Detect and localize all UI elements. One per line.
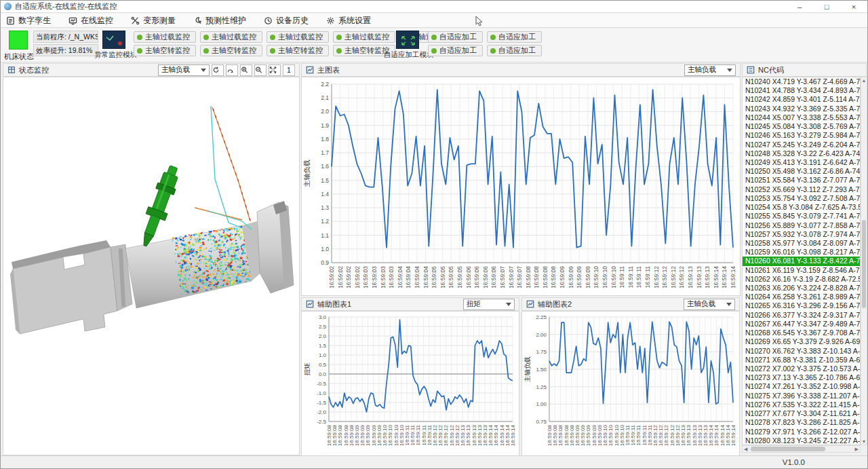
menu-device-history[interactable]: 设备历史 bbox=[264, 15, 309, 26]
menu-online-monitoring[interactable]: 在线监控 bbox=[68, 15, 113, 26]
abnormal-module-icon[interactable] bbox=[102, 31, 125, 49]
fit-view-button[interactable] bbox=[269, 64, 281, 76]
svg-text:16:59:05: 16:59:05 bbox=[439, 266, 446, 288]
nc-code-line[interactable]: N10275 X7.396 Y-3.338 Z-11.207 A-65.95 bbox=[743, 392, 860, 400]
nc-code-line[interactable]: N10279 X7.971 Y-3.266 Z-12.027 A-62.98 bbox=[743, 428, 860, 436]
adaptive-machining-button-2[interactable]: 自适应加工 bbox=[487, 31, 542, 43]
nc-code-line[interactable]: N10242 X4.859 Y-3.401 Z-5.114 A-75.775 bbox=[743, 95, 860, 104]
menu-digital-twin[interactable]: 数字孪生 bbox=[6, 15, 51, 26]
nc-code-line[interactable]: N10248 X5.328 Y-3.22 Z-6.423 A-74.52 C bbox=[743, 149, 860, 158]
nc-code-line[interactable]: N10256 X5.889 Y-3.077 Z-7.858 A-73.348 bbox=[743, 221, 860, 230]
nc-code-line[interactable]: N10259 X6.016 Y-3.098 Z-8.217 A-73.036 bbox=[743, 248, 860, 257]
zoom-out-button[interactable] bbox=[254, 64, 267, 76]
nc-code-line[interactable]: N10280 X8.123 Y-3.245 Z-12.227 A-62.23 bbox=[743, 436, 860, 445]
svg-text:16:59:08: 16:59:08 bbox=[542, 266, 549, 288]
nc-code-line[interactable]: N10251 X5.584 Y-3.136 Z-7.077 A-74.012 bbox=[743, 176, 860, 185]
nc-code-list[interactable]: N10240 X4.719 Y-3.467 Z-4.669 A-76.396N1… bbox=[742, 77, 861, 445]
svg-text:1.4: 1.4 bbox=[321, 191, 329, 198]
aux-chart-2[interactable]: 0.751.001.251.501.752.002.2516:59:0816:5… bbox=[521, 311, 740, 457]
menubar: 数字孪生 在线监控 变形测量 预测性维护 设备历史 系统设置 bbox=[1, 14, 867, 28]
nc-code-line[interactable]: N10244 X5.007 Y-3.338 Z-5.553 A-75.297 bbox=[743, 113, 860, 122]
scrollbar-thumb[interactable] bbox=[862, 220, 866, 308]
aux-chart-1[interactable]: -2.5-2.0-1.5-1.0-0.50.00.51.01.52.02.53.… bbox=[301, 311, 519, 457]
svg-text:16:59:11: 16:59:11 bbox=[635, 266, 642, 288]
overload-monitor-button-4[interactable]: 主轴过载监控 bbox=[333, 31, 395, 43]
svg-text:16:59:11: 16:59:11 bbox=[627, 266, 634, 288]
idle-monitor-button-3[interactable]: 主轴空转监控 bbox=[267, 45, 329, 56]
svg-text:1.7: 1.7 bbox=[321, 149, 329, 156]
overload-monitor-button-1[interactable]: 主轴过载监控 bbox=[134, 31, 196, 43]
nc-code-line[interactable]: N10277 X7.677 Y-3.304 Z-11.621 A-64.48 bbox=[743, 409, 860, 418]
svg-text:0.9: 0.9 bbox=[321, 259, 329, 266]
nc-code-line[interactable]: N10250 X5.498 Y-3.162 Z-6.86 A-74.178 C bbox=[743, 167, 860, 176]
nc-code-line[interactable]: N10253 X5.754 Y-3.092 Z-7.508 A-73.677 bbox=[743, 194, 860, 203]
model-viewport[interactable] bbox=[3, 77, 300, 455]
nc-code-line[interactable]: N10276 X7.535 Y-3.322 Z-11.415 A-65.22 bbox=[743, 400, 860, 409]
nc-code-line[interactable]: N10254 X5.8 Y-3.084 Z-7.625 A-73.571 C bbox=[743, 203, 860, 212]
scale-value-box[interactable]: 1 bbox=[283, 64, 295, 76]
menu-deformation[interactable]: 变形测量 bbox=[131, 15, 176, 26]
nc-vertical-scrollbar[interactable]: ▲ ▼ bbox=[861, 77, 867, 445]
rotate-view-button[interactable] bbox=[212, 64, 224, 76]
status-dot bbox=[203, 35, 209, 40]
nc-code-line[interactable]: N10278 X7.823 Y-3.286 Z-11.825 A-63.73 bbox=[743, 418, 860, 427]
nc-code-line[interactable]: N10261 X6.119 Y-3.159 Z-8.546 A-72.701 bbox=[743, 266, 860, 275]
nc-code-line[interactable]: N10271 X6.88 Y-3.381 Z-10.359 A-68.711 bbox=[743, 356, 860, 364]
chevron-down-icon bbox=[726, 303, 732, 306]
nc-horizontal-scrollbar[interactable]: ◀ ▶ bbox=[742, 445, 861, 453]
maximize-button[interactable]: □ bbox=[813, 1, 840, 13]
nc-code-line[interactable]: N10240 X4.719 Y-3.467 Z-4.669 A-76.396 bbox=[743, 77, 860, 86]
nc-code-line[interactable]: N10258 X5.977 Y-3.084 Z-8.097 A-73.138 bbox=[743, 239, 860, 248]
nc-code-line[interactable]: N10252 X5.669 Y-3.112 Z-7.293 A-73.844 bbox=[743, 185, 860, 194]
cutting-tool bbox=[136, 164, 184, 250]
nc-code-line[interactable]: N10268 X6.545 Y-3.367 Z-9.708 A-70.519 bbox=[743, 329, 860, 337]
minimize-button[interactable]: – bbox=[786, 1, 813, 13]
nc-code-line[interactable]: N10255 X5.845 Y-3.079 Z-7.741 A-73.458 bbox=[743, 212, 860, 221]
nc-code-line[interactable]: N10246 X5.163 Y-3.279 Z-5.984 A-74.892 bbox=[743, 131, 860, 140]
overload-monitor-button-3[interactable]: 主轴过载监控 bbox=[267, 31, 329, 43]
close-button[interactable]: × bbox=[840, 1, 867, 13]
nc-code-line[interactable]: N10264 X6.258 Y-3.261 Z-8.989 A-72.072 bbox=[743, 293, 860, 301]
svg-text:2.0: 2.0 bbox=[319, 333, 327, 339]
idle-monitor-button-2[interactable]: 主轴空转监控 bbox=[200, 45, 262, 56]
nc-code-line[interactable]: N10270 X6.762 Y-3.383 Z-10.143 A-69.34 bbox=[743, 347, 860, 356]
nc-code-line[interactable]: N10263 X6.206 Y-3.224 Z-8.828 A-72.33 C bbox=[743, 284, 860, 293]
menu-system-settings[interactable]: 系统设置 bbox=[326, 15, 371, 26]
nc-code-line[interactable]: N10262 X6.16 Y-3.19 Z-8.682 A-72.534 C bbox=[743, 275, 860, 284]
overload-monitor-button-2[interactable]: 主轴过载监控 bbox=[200, 31, 262, 43]
nc-code-line[interactable]: N10260 X6.081 Y-3.133 Z-8.422 A-72.835 bbox=[743, 257, 860, 265]
nc-code-line[interactable]: N10272 X7.002 Y-3.375 Z-10.573 A-68.05 bbox=[743, 364, 860, 373]
status-view-dropdown[interactable]: 主轴负载 bbox=[158, 64, 210, 76]
svg-text:16:59:02: 16:59:02 bbox=[354, 266, 361, 288]
svg-text:1.5: 1.5 bbox=[319, 343, 327, 349]
nc-code-line[interactable]: N10267 X6.447 Y-3.347 Z-9.489 A-71.055 bbox=[743, 320, 860, 329]
menu-predictive-maintenance[interactable]: 预测性维护 bbox=[193, 15, 246, 26]
zoom-in-button[interactable] bbox=[240, 64, 252, 76]
adaptive-machining-button-b-2[interactable]: 自适应加工 bbox=[487, 45, 542, 56]
adaptive-machining-button-1[interactable]: 自适应加工 bbox=[428, 31, 483, 43]
aux2-dropdown[interactable]: 主轴负载 bbox=[684, 299, 735, 310]
nc-code-line[interactable]: N10269 X6.65 Y-3.379 Z-9.926 A-69.947 C bbox=[743, 337, 860, 346]
nc-code-line[interactable]: N10257 X5.932 Y-3.078 Z-7.974 A-73.243 bbox=[743, 230, 860, 239]
scrollbar-thumb[interactable] bbox=[751, 447, 825, 451]
main-chart[interactable]: 0.91.01.11.21.31.41.51.61.71.81.92.02.12… bbox=[301, 77, 741, 296]
nc-code-line[interactable]: N10274 X7.261 Y-3.352 Z-10.998 A-66.67 bbox=[743, 382, 860, 391]
svg-text:16:59:05: 16:59:05 bbox=[448, 266, 454, 288]
adaptive-module-icon[interactable] bbox=[396, 31, 419, 49]
clock-icon bbox=[264, 16, 273, 25]
main-chart-dropdown[interactable]: 主轴负载 bbox=[684, 64, 736, 76]
adaptive-machining-button-b-1[interactable]: 自适应加工 bbox=[428, 45, 483, 56]
idle-monitor-button-1[interactable]: 主轴空转监控 bbox=[134, 45, 196, 56]
pan-view-button[interactable] bbox=[226, 64, 238, 76]
nc-code-line[interactable]: N10249 X5.413 Y-3.191 Z-6.642 A-74.346 bbox=[743, 158, 860, 167]
nc-code-line[interactable]: N10266 X6.377 Y-3.324 Z-9.317 A-71.443 bbox=[743, 311, 860, 320]
nc-code-line[interactable]: N10245 X5.084 Y-3.308 Z-5.769 A-75.088 bbox=[743, 122, 860, 131]
nc-code-line[interactable]: N10265 X6.316 Y-3.296 Z-9.156 A-71.771 bbox=[743, 301, 860, 310]
nc-code-line[interactable]: N10273 X7.13 Y-3.365 Z-10.786 A-67.372 bbox=[743, 373, 860, 382]
nc-code-line[interactable]: N10243 X4.932 Y-3.369 Z-5.335 A-75.523 bbox=[743, 105, 860, 113]
nc-code-line[interactable]: N10247 X5.245 Y-3.249 Z-6.204 A-74.701 bbox=[743, 140, 860, 149]
aux1-dropdown[interactable]: 扭矩 bbox=[463, 299, 515, 310]
svg-text:16:59:06: 16:59:06 bbox=[482, 266, 489, 288]
nc-code-line[interactable]: N10241 X4.788 Y-3.434 Z-4.893 A-76.062 bbox=[743, 86, 860, 95]
adaptive-module-label: 自适应加工模块 bbox=[384, 50, 434, 60]
